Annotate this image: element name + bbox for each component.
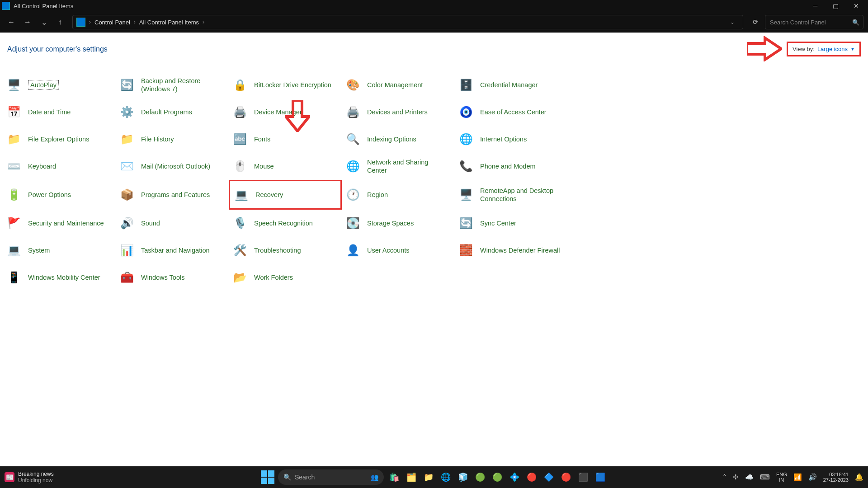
- up-button[interactable]: ↑: [53, 15, 67, 29]
- cp-item-devices-and-printers[interactable]: 🖨️Devices and Printers: [342, 99, 455, 126]
- cp-item-recovery[interactable]: 💻Recovery: [229, 180, 342, 210]
- cp-item-power-options[interactable]: 🔋Power Options: [3, 180, 116, 210]
- cp-item-windows-mobility-center[interactable]: 📱Windows Mobility Center: [3, 264, 116, 291]
- cp-item-windows-defender-firewall[interactable]: 🧱Windows Defender Firewall: [455, 237, 568, 264]
- breadcrumb-item[interactable]: Control Panel: [94, 19, 130, 26]
- tray-brightness-icon[interactable]: ✢: [733, 473, 739, 481]
- cp-item-sync-center[interactable]: 🔄Sync Center: [455, 210, 568, 237]
- cp-item-device-manager[interactable]: 🖨️Device Manager: [229, 99, 342, 126]
- cp-item-backup-and-restore-windows-7[interactable]: 🔄Backup and Restore (Windows 7): [116, 71, 229, 99]
- taskbar-search-placeholder: Search: [295, 474, 315, 481]
- taskbar-app-copilot[interactable]: 🛍️: [387, 470, 401, 484]
- news-widget[interactable]: 📰 Breaking news Unfolding now: [5, 471, 54, 483]
- cp-item-label: Credential Manager: [480, 81, 538, 89]
- cp-item-label: File History: [141, 135, 174, 143]
- cp-item-default-programs[interactable]: ⚙️Default Programs: [116, 99, 229, 126]
- taskbar-search[interactable]: 🔍 Search 👥: [278, 469, 384, 485]
- refresh-button[interactable]: ⟳: [749, 15, 762, 29]
- cp-item-icon: 🧱: [458, 243, 474, 258]
- cp-item-ease-of-access-center[interactable]: 🧿Ease of Access Center: [455, 99, 568, 126]
- cp-item-storage-spaces[interactable]: 💽Storage Spaces: [342, 210, 455, 237]
- cp-item-credential-manager[interactable]: 🗄️Credential Manager: [455, 71, 568, 99]
- start-button[interactable]: [261, 470, 274, 484]
- cp-item-troubleshooting[interactable]: 🛠️Troubleshooting: [229, 237, 342, 264]
- cp-item-icon: 🔒: [232, 77, 248, 93]
- cp-item-color-management[interactable]: 🎨Color Management: [342, 71, 455, 99]
- view-by-value[interactable]: Large icons: [817, 46, 848, 52]
- address-dropdown-button[interactable]: ⌄: [726, 15, 739, 29]
- language-indicator[interactable]: ENG IN: [776, 472, 787, 483]
- cp-item-icon: 🧿: [458, 104, 474, 120]
- recent-locations-button[interactable]: ⌄: [37, 15, 51, 29]
- minimize-button[interactable]: ─: [805, 0, 826, 12]
- clock[interactable]: 03:18:41 27-12-2023: [823, 472, 849, 483]
- cp-item-keyboard[interactable]: ⌨️Keyboard: [3, 153, 116, 180]
- cp-item-indexing-options[interactable]: 🔍Indexing Options: [342, 126, 455, 153]
- taskbar-app-slack[interactable]: 💠: [508, 470, 521, 484]
- cp-item-bitlocker-drive-encryption[interactable]: 🔒BitLocker Drive Encryption: [229, 71, 342, 99]
- cp-item-icon: 💽: [345, 216, 361, 231]
- taskbar-app-generic1[interactable]: 🔴: [559, 470, 573, 484]
- cp-item-network-and-sharing-center[interactable]: 🌐Network and Sharing Center: [342, 153, 455, 180]
- view-by-dropdown[interactable]: View by: Large icons ▼: [787, 42, 861, 56]
- titlebar: All Control Panel Items ─ ▢ ✕: [0, 0, 868, 12]
- cp-item-mail-microsoft-outlook[interactable]: ✉️Mail (Microsoft Outlook): [116, 153, 229, 180]
- search-box[interactable]: 🔍: [765, 15, 863, 29]
- close-button[interactable]: ✕: [846, 0, 866, 12]
- cp-item-icon: 🔊: [119, 216, 135, 231]
- tray-keyboard-icon[interactable]: ⌨: [760, 473, 770, 481]
- breadcrumb[interactable]: › Control Panel › All Control Panel Item…: [89, 19, 204, 26]
- back-button[interactable]: ←: [5, 15, 18, 29]
- svg-marker-0: [747, 38, 781, 60]
- tray-chevron-up-icon[interactable]: ˄: [723, 473, 726, 481]
- cp-item-label: Mail (Microsoft Outlook): [141, 162, 210, 170]
- cp-item-icon: 🖨️: [232, 104, 248, 120]
- cp-item-icon: 🎨: [345, 77, 361, 93]
- tray-onedrive-icon[interactable]: ☁️: [745, 473, 754, 481]
- cp-item-speech-recognition[interactable]: 🎙️Speech Recognition: [229, 210, 342, 237]
- cp-item-internet-options[interactable]: 🌐Internet Options: [455, 126, 568, 153]
- cp-item-work-folders[interactable]: 📂Work Folders: [229, 264, 342, 291]
- cp-item-phone-and-modem[interactable]: 📞Phone and Modem: [455, 153, 568, 180]
- cp-item-label: Windows Tools: [141, 273, 184, 282]
- cp-item-fonts[interactable]: 🔤Fonts: [229, 126, 342, 153]
- cp-item-label: Work Folders: [254, 273, 293, 282]
- taskbar-app-terminal[interactable]: ⬛: [576, 470, 590, 484]
- forward-button[interactable]: →: [21, 15, 34, 29]
- tray-volume-icon[interactable]: 🔊: [808, 473, 817, 481]
- cp-item-mouse[interactable]: 🖱️Mouse: [229, 153, 342, 180]
- address-bar[interactable]: › Control Panel › All Control Panel Item…: [72, 15, 743, 29]
- taskbar-app-store[interactable]: 🧊: [456, 470, 470, 484]
- taskbar-app-vscode[interactable]: 🔷: [542, 470, 556, 484]
- tray-wifi-icon[interactable]: 📶: [793, 473, 802, 481]
- taskbar-app-taskview[interactable]: 🗂️: [405, 470, 418, 484]
- taskbar-app-edge[interactable]: 🌐: [439, 470, 453, 484]
- cp-item-file-explorer-options[interactable]: 📁File Explorer Options: [3, 126, 116, 153]
- cp-item-label: Fonts: [254, 135, 270, 143]
- cp-item-icon: 📂: [232, 270, 248, 285]
- taskbar-app-explorer[interactable]: 📁: [422, 470, 435, 484]
- cp-item-file-history[interactable]: 📁File History: [116, 126, 229, 153]
- cp-item-region[interactable]: 🕐Region: [342, 180, 455, 210]
- taskbar-app-controlpanel[interactable]: 🟦: [594, 470, 607, 484]
- cp-item-user-accounts[interactable]: 👤User Accounts: [342, 237, 455, 264]
- search-input[interactable]: [769, 19, 852, 26]
- cp-item-icon: 🖥️: [458, 187, 474, 202]
- cp-item-sound[interactable]: 🔊Sound: [116, 210, 229, 237]
- cp-item-label: Device Manager: [254, 108, 302, 116]
- cp-item-date-and-time[interactable]: 📅Date and Time: [3, 99, 116, 126]
- taskbar-app-whatsapp[interactable]: 🟢: [473, 470, 487, 484]
- cp-item-autoplay[interactable]: 🖥️AutoPlay: [3, 71, 116, 99]
- cp-item-windows-tools[interactable]: 🧰Windows Tools: [116, 264, 229, 291]
- cp-item-taskbar-and-navigation[interactable]: 📊Taskbar and Navigation: [116, 237, 229, 264]
- search-icon: 🔍: [283, 474, 291, 481]
- cp-item-remoteapp-and-desktop-connections[interactable]: 🖥️RemoteApp and Desktop Connections: [455, 180, 568, 210]
- breadcrumb-item[interactable]: All Control Panel Items: [139, 19, 199, 26]
- taskbar-app-spotify[interactable]: 🟢: [491, 470, 504, 484]
- taskbar-app-chrome[interactable]: 🔴: [525, 470, 538, 484]
- maximize-button[interactable]: ▢: [826, 0, 846, 12]
- cp-item-security-and-maintenance[interactable]: 🚩Security and Maintenance: [3, 210, 116, 237]
- tray-notifications-icon[interactable]: 🔔: [855, 473, 863, 481]
- cp-item-programs-and-features[interactable]: 📦Programs and Features: [116, 180, 229, 210]
- cp-item-system[interactable]: 💻System: [3, 237, 116, 264]
